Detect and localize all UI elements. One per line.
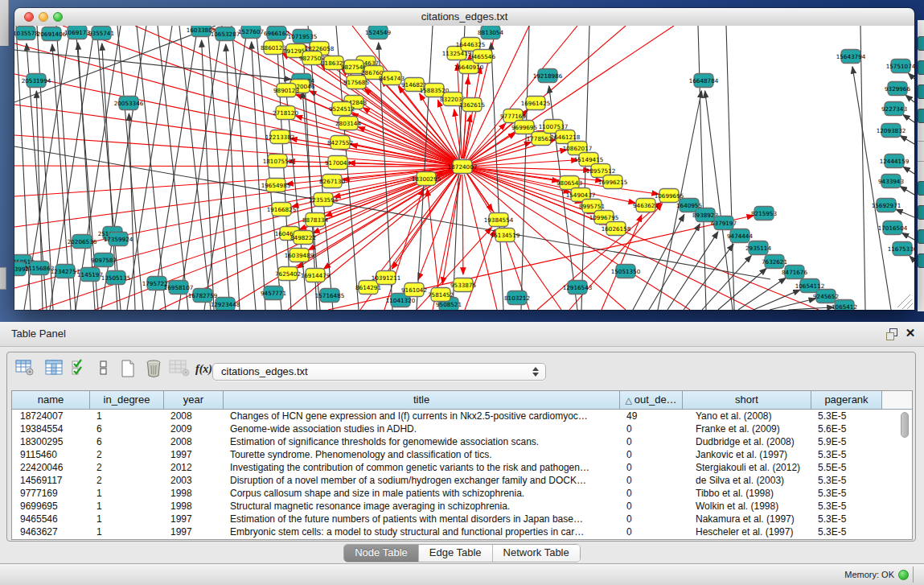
graph-node[interactable]: 9524512 bbox=[329, 102, 355, 116]
graph-node[interactable]: 1069173 bbox=[64, 26, 90, 39]
graph-node[interactable]: 8267130 bbox=[319, 175, 345, 188]
row-height-icon[interactable] bbox=[92, 359, 115, 380]
svg-text:16958107: 16958107 bbox=[164, 284, 194, 291]
graph-node[interactable]: 16961425 bbox=[521, 97, 551, 110]
graph-node[interactable]: 15751074 bbox=[886, 60, 914, 73]
window-titlebar[interactable]: citations_edges.txt bbox=[14, 8, 914, 27]
delete-table-icon[interactable] bbox=[142, 359, 165, 380]
graph-node[interactable]: 9097587 bbox=[91, 253, 117, 267]
graph-node[interactable]: 7625402 bbox=[275, 267, 301, 281]
graph-node[interactable]: 12916543 bbox=[563, 281, 593, 295]
column-header-pagerank[interactable]: pagerank bbox=[811, 391, 882, 409]
table-settings-icon[interactable] bbox=[14, 359, 36, 380]
graph-node[interactable]: 6379197 bbox=[711, 216, 737, 230]
table-row[interactable]: 1456911722003Disruption of a novel membe… bbox=[12, 474, 912, 487]
table-vertical-scrollbar[interactable] bbox=[901, 410, 910, 538]
scrollbar-thumb[interactable] bbox=[901, 412, 909, 438]
column-visibility-icon[interactable] bbox=[43, 359, 65, 380]
memory-status-indicator[interactable] bbox=[898, 570, 909, 580]
graph-node[interactable]: 9465546 bbox=[470, 50, 495, 64]
graph-node[interactable]: 9175685 bbox=[343, 76, 369, 89]
graph-node[interactable]: 1035578 bbox=[14, 27, 39, 40]
select-attributes-icon[interactable] bbox=[68, 359, 91, 380]
graph-node[interactable]: 7632621 bbox=[762, 255, 787, 269]
table-row[interactable]: 911546021997Tourette syndrome. Phenomeno… bbox=[12, 448, 912, 461]
column-header-title[interactable]: title bbox=[224, 391, 620, 409]
graph-node[interactable]: 19218986 bbox=[533, 69, 563, 83]
resize-grip-icon[interactable] bbox=[907, 303, 913, 309]
graph-node[interactable]: 9433943 bbox=[878, 175, 904, 188]
graph-node[interactable]: 20691406 bbox=[37, 27, 67, 41]
graph-node[interactable]: 2935114 bbox=[745, 241, 771, 255]
table-row[interactable]: 1938455462009Genome-wide association stu… bbox=[12, 422, 912, 435]
graph-node[interactable]: 6966162 bbox=[264, 27, 290, 40]
new-table-icon[interactable] bbox=[117, 359, 139, 380]
graph-node[interactable]: 12093832 bbox=[877, 124, 906, 138]
graph-node[interactable]: 8471676 bbox=[782, 266, 807, 279]
graph-node[interactable]: 9463627 bbox=[633, 199, 659, 212]
column-header-short[interactable]: short bbox=[683, 391, 811, 409]
float-panel-icon[interactable] bbox=[885, 328, 898, 340]
graph-node[interactable]: 9474444 bbox=[727, 229, 753, 243]
graph-node[interactable]: 1362615 bbox=[459, 98, 485, 112]
graph-node[interactable]: 9170043 bbox=[325, 156, 351, 170]
graph-node[interactable]: 1524549 bbox=[365, 26, 391, 39]
graph-node[interactable]: 12444159 bbox=[880, 154, 910, 168]
graph-node[interactable]: 12353594 bbox=[309, 193, 339, 207]
column-header-year[interactable]: year bbox=[164, 391, 224, 409]
graph-node[interactable]: 20053346 bbox=[114, 97, 144, 110]
graph-node[interactable]: 9890123 bbox=[273, 84, 299, 97]
graph-node[interactable]: 9245652 bbox=[813, 290, 839, 303]
graph-node[interactable]: 1065412 bbox=[832, 300, 857, 311]
graph-node[interactable]: 11675330 bbox=[888, 242, 914, 256]
graph-node[interactable]: 19384554 bbox=[484, 213, 514, 227]
graph-node[interactable]: 8878334 bbox=[302, 213, 328, 227]
graph-node[interactable]: 9457771 bbox=[261, 286, 286, 300]
network-canvas[interactable]: 1035578206914061069173935574116033809106… bbox=[14, 26, 914, 310]
graph-node[interactable]: 17016504 bbox=[878, 221, 908, 235]
table-row[interactable]: 1830029562008Estimation of significance … bbox=[12, 435, 912, 448]
resize-grip-icon[interactable] bbox=[897, 295, 910, 307]
graph-node[interactable]: 8103212 bbox=[504, 291, 530, 305]
graph-node[interactable]: 8498222 bbox=[290, 231, 316, 245]
graph-node[interactable]: 9161042 bbox=[401, 283, 427, 297]
graph-node[interactable]: 7581452 bbox=[428, 288, 454, 302]
graph-node[interactable]: 2803144 bbox=[335, 117, 361, 130]
column-header-in_degree[interactable]: in_degree bbox=[90, 391, 164, 409]
table-row[interactable]: 977716911998Corpus callosum shape and si… bbox=[12, 487, 912, 500]
graph-node[interactable]: 8427552 bbox=[327, 136, 353, 150]
graph-node[interactable]: 1145197 bbox=[77, 268, 103, 282]
graph-node[interactable]: 9227343 bbox=[881, 102, 907, 116]
table-row[interactable]: 969969511998Structural magnetic resonanc… bbox=[12, 500, 912, 513]
table-row[interactable]: 946554611997Estimation of the future num… bbox=[12, 513, 912, 525]
graph-node[interactable]: 16648784 bbox=[689, 74, 719, 88]
background-toolbar-sliver bbox=[0, 0, 9, 46]
collapsed-panel-notch[interactable] bbox=[0, 267, 6, 290]
table-select-dropdown[interactable]: citations_edges.txt bbox=[212, 363, 546, 381]
graph-node[interactable]: 8215953 bbox=[751, 207, 777, 220]
tab-network-table[interactable]: Network Table bbox=[492, 545, 580, 562]
graph-node[interactable]: 9355741 bbox=[88, 27, 114, 40]
graph-node[interactable]: 12923448 bbox=[211, 298, 240, 311]
column-header-name[interactable]: name bbox=[12, 391, 90, 409]
graph-node[interactable]: 20531994 bbox=[22, 74, 51, 88]
tab-node-table[interactable]: Node Table bbox=[344, 545, 418, 562]
svg-text:9533875: 9533875 bbox=[450, 282, 476, 289]
graph-node[interactable]: 9533875 bbox=[450, 278, 476, 292]
column-header-out_de[interactable]: △out_de… bbox=[620, 391, 683, 409]
graph-node[interactable]: 8813054 bbox=[478, 26, 503, 39]
svg-text:1527607: 1527607 bbox=[238, 28, 264, 35]
graph-node[interactable]: 9329966 bbox=[885, 82, 910, 96]
table-cell: Changes of HCN gene expression and I(f) … bbox=[224, 410, 620, 422]
graph-node[interactable]: 2718120 bbox=[273, 106, 298, 120]
table-cell: 1998 bbox=[164, 487, 224, 500]
graph-node[interactable]: 1527607 bbox=[238, 26, 264, 39]
table-row[interactable]: 1872400712008Changes of HCN gene express… bbox=[12, 410, 912, 422]
table-row[interactable]: 2242004622012Investigating the contribut… bbox=[12, 461, 912, 474]
table-row[interactable]: 946362711997Embryonic stem cells: a mode… bbox=[12, 525, 912, 538]
graph-node[interactable]: 19166825 bbox=[267, 203, 297, 216]
close-panel-icon[interactable]: ✕ bbox=[903, 326, 918, 340]
tab-edge-table[interactable]: Edge Table bbox=[418, 545, 492, 562]
graph-node[interactable]: 16914479 bbox=[301, 269, 331, 282]
graph-node[interactable]: 19654985 bbox=[261, 179, 291, 192]
